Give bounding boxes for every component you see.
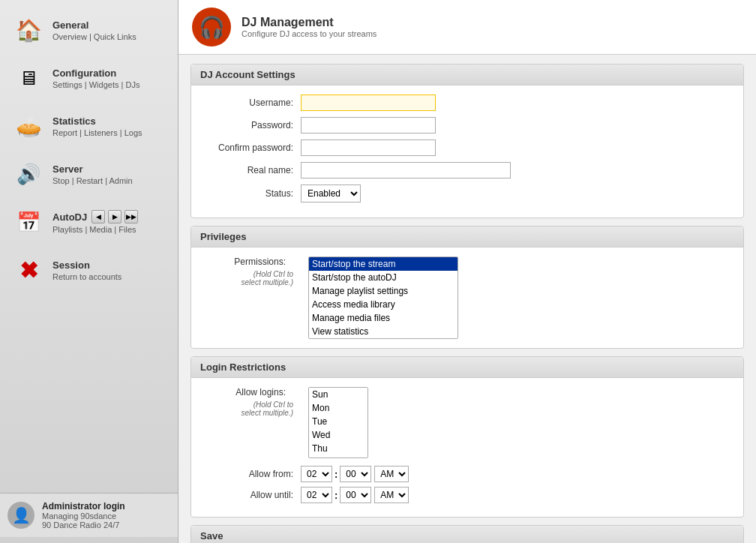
admin-avatar: 👤 xyxy=(8,502,34,529)
page-header-icon: 🎧 xyxy=(192,8,231,46)
allow-from-hour-select[interactable]: 01020304 05060708 09101112 xyxy=(301,466,332,482)
allow-until-row: Allow until: 01020304 05060708 09101112 … xyxy=(203,487,731,503)
sidebar-title-session: Session xyxy=(52,260,122,271)
sidebar-title-statistics: Statistics xyxy=(52,116,142,127)
sidebar-links-statistics: Report | Listeners | Logs xyxy=(52,128,142,137)
login-restrictions-body: Allow logins: (Hold Ctrl toselect multip… xyxy=(191,378,743,517)
sidebar-item-server[interactable]: 🔊 Server Stop | Restart | Admin xyxy=(4,152,173,196)
allow-from-row: Allow from: 01020304 05060708 09101112 :… xyxy=(203,466,731,482)
page-subtitle: Configure DJ access to your streams xyxy=(242,29,376,38)
dj-account-settings-body: Username: Password: Confirm password: Re… xyxy=(191,86,743,218)
sidebar-item-configuration[interactable]: 🖥 Configuration Settings | Widgets | DJs xyxy=(4,56,173,100)
days-list[interactable]: Sun Mon Tue Wed Thu Fri Sat xyxy=(308,387,368,458)
sidebar-item-statistics[interactable]: 🥧 Statistics Report | Listeners | Logs xyxy=(4,104,173,148)
save-section: Save Save Cancel xyxy=(190,525,744,543)
admin-managing: Managing 90sdance xyxy=(42,512,125,520)
sidebar: 🏠 General Overview | Quick Links 🖥 Confi… xyxy=(0,0,178,543)
until-colon: : xyxy=(334,490,338,501)
allow-until-min-select[interactable]: 00153045 xyxy=(340,487,371,503)
sidebar-title-server: Server xyxy=(52,164,133,175)
privileges-title: Privileges xyxy=(191,226,743,248)
username-row: Username: xyxy=(203,94,731,111)
confirm-password-label: Confirm password: xyxy=(203,142,301,153)
sidebar-item-session[interactable]: ✖ Session Return to accounts xyxy=(4,248,173,292)
from-colon: : xyxy=(334,469,338,480)
autodj-icon: 📅 xyxy=(12,206,45,238)
allow-until-hour-select[interactable]: 01020304 05060708 09101112 xyxy=(301,487,332,503)
confirm-password-row: Confirm password: xyxy=(203,140,731,156)
sidebar-links-general: Overview | Quick Links xyxy=(52,32,136,41)
server-icon: 🔊 xyxy=(12,158,45,190)
autodj-controls: ◀ ▶ ▶▶ xyxy=(92,210,138,224)
admin-station: 90 Dance Radio 24/7 xyxy=(42,520,125,530)
permissions-container: Permissions: (Hold Ctrl toselect multipl… xyxy=(203,256,731,339)
allow-from-ampm-select[interactable]: AMPM xyxy=(374,466,409,482)
admin-name: Administrator login xyxy=(42,501,125,512)
sidebar-item-general[interactable]: 🏠 General Overview | Quick Links xyxy=(4,8,173,52)
sidebar-title-autodj: AutoDJ xyxy=(52,212,87,223)
sidebar-title-general: General xyxy=(52,20,136,31)
sidebar-title-configuration: Configuration xyxy=(52,68,140,79)
admin-login: 👤 Administrator login Managing 90sdance … xyxy=(0,493,178,537)
sidebar-links-session: Return to accounts xyxy=(52,272,122,281)
allow-until-label: Allow until: xyxy=(203,490,301,500)
status-select[interactable]: Enabled Disabled xyxy=(301,184,361,202)
sidebar-links-configuration: Settings | Widgets | DJs xyxy=(52,80,140,89)
general-icon: 🏠 xyxy=(12,14,45,46)
status-label: Status: xyxy=(203,188,301,199)
sidebar-links-server: Stop | Restart | Admin xyxy=(52,176,133,185)
autodj-play-button[interactable]: ▶ xyxy=(108,210,122,224)
status-row: Status: Enabled Disabled xyxy=(203,184,731,202)
allow-logins-container: Allow logins: (Hold Ctrl toselect multip… xyxy=(203,387,731,458)
autodj-prev-button[interactable]: ◀ xyxy=(92,210,105,224)
configuration-icon: 🖥 xyxy=(12,62,45,94)
page-title: DJ Management xyxy=(242,16,376,29)
privileges-section: Privileges Permissions: (Hold Ctrl tosel… xyxy=(190,226,744,349)
login-restrictions-title: Login Restrictions xyxy=(191,357,743,378)
dj-account-settings-section: DJ Account Settings Username: Password: … xyxy=(190,64,744,218)
allow-until-ampm-select[interactable]: AMPM xyxy=(374,487,409,503)
allow-logins-label: Allow logins: xyxy=(203,387,293,398)
allow-from-label: Allow from: xyxy=(203,469,301,479)
autodj-next-button[interactable]: ▶▶ xyxy=(124,210,138,224)
privileges-body: Permissions: (Hold Ctrl toselect multipl… xyxy=(191,248,743,348)
main-content: 🎧 DJ Management Configure DJ access to y… xyxy=(178,0,756,543)
password-input[interactable] xyxy=(301,117,436,134)
allow-logins-hint: (Hold Ctrl toselect multiple.) xyxy=(203,400,293,417)
real-name-input[interactable] xyxy=(301,162,511,178)
confirm-password-input[interactable] xyxy=(301,140,436,156)
dj-account-settings-title: DJ Account Settings xyxy=(191,64,743,86)
username-input[interactable] xyxy=(301,94,436,111)
permissions-label: Permissions: xyxy=(203,256,293,267)
allow-from-min-select[interactable]: 00153045 xyxy=(340,466,371,482)
username-label: Username: xyxy=(203,98,301,108)
permissions-list[interactable]: Start/stop the stream Start/stop the aut… xyxy=(308,256,458,339)
permissions-hint: (Hold Ctrl toselect multiple.) xyxy=(203,270,293,286)
password-label: Password: xyxy=(203,120,301,130)
password-row: Password: xyxy=(203,117,731,134)
page-header: 🎧 DJ Management Configure DJ access to y… xyxy=(178,0,756,55)
login-restrictions-section: Login Restrictions Allow logins: (Hold C… xyxy=(190,356,744,518)
session-icon: ✖ xyxy=(12,254,45,286)
sidebar-links-autodj: Playlists | Media | Files xyxy=(52,225,138,234)
content-area: DJ Account Settings Username: Password: … xyxy=(178,55,756,543)
real-name-row: Real name: xyxy=(203,162,731,178)
statistics-icon: 🥧 xyxy=(12,110,45,142)
save-title: Save xyxy=(191,526,743,543)
real-name-label: Real name: xyxy=(203,165,301,176)
sidebar-item-autodj[interactable]: 📅 AutoDJ ◀ ▶ ▶▶ Playlists | Media | File… xyxy=(4,200,173,244)
